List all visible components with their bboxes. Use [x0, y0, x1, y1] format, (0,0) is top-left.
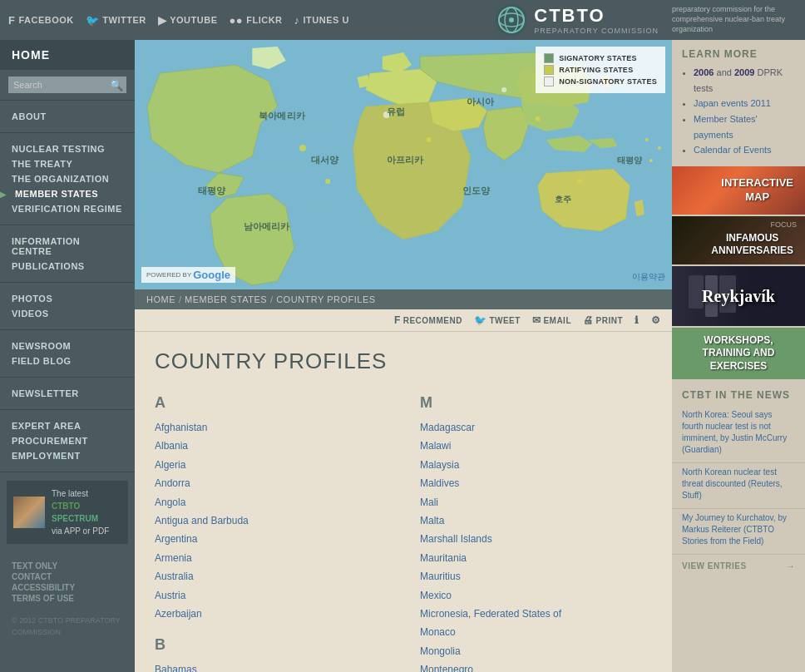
- email-button[interactable]: ✉ EMAIL: [532, 314, 571, 326]
- sidebar-item-organization[interactable]: THE ORGANIZATION: [0, 171, 135, 186]
- legend-signatory: SIGNATORY STATES: [544, 53, 657, 63]
- sidebar-item-treaty[interactable]: THE TREATY: [0, 156, 135, 171]
- country-link[interactable]: Bahamas: [155, 660, 387, 672]
- sidebar-item-newsroom[interactable]: NEWSROOM: [0, 338, 135, 353]
- info-button[interactable]: ℹ: [635, 314, 640, 326]
- learn-more-japan-link[interactable]: Japan events 2011: [694, 98, 771, 108]
- country-link[interactable]: Mauritania: [420, 549, 652, 567]
- news-item-2: North Korean nuclear test threat discoun…: [672, 463, 805, 509]
- sidebar-item-newsletter[interactable]: NEWSLETTER: [0, 386, 135, 401]
- infamous-banner[interactable]: Focus INFAMOUSANNIVERSARIES: [672, 216, 805, 264]
- sidebar-item-procurement[interactable]: PROCUREMENT: [0, 433, 135, 448]
- news-link-2[interactable]: North Korean nuclear test threat discoun…: [682, 467, 783, 500]
- map-legend: SIGNATORY STATES RATIFYING STATES NON-SI…: [536, 47, 665, 93]
- spectrum-box[interactable]: The latest CTBTO SPECTRUM via APP or PDF: [7, 481, 128, 544]
- view-entries[interactable]: VIEW ENTRIES →: [672, 555, 805, 577]
- sidebar-item-expert-area[interactable]: EXPERT AREA: [0, 418, 135, 433]
- search-button[interactable]: 🔍: [110, 79, 123, 91]
- country-link[interactable]: Maldives: [420, 474, 652, 492]
- news-link-1[interactable]: North Korea: Seoul says fourth nuclear t…: [682, 410, 787, 454]
- country-link[interactable]: Armenia: [155, 549, 387, 567]
- svg-point-13: [426, 137, 431, 142]
- copyright: © 2012 CTBTO PREPARATORY COMMISSION: [0, 612, 135, 641]
- facebook-link[interactable]: f FACEBOOK: [8, 14, 74, 27]
- country-link[interactable]: Antigua and Barbuda: [155, 511, 387, 530]
- country-link[interactable]: Angola: [155, 493, 387, 511]
- youtube-link[interactable]: ▶ YOUTUBE: [158, 14, 218, 27]
- news-link-3[interactable]: My Journey to Kurchatov, by Markus Reite…: [682, 513, 787, 546]
- country-link[interactable]: Malta: [420, 511, 652, 530]
- nav-media-section: PHOTOS VIDEOS: [0, 283, 135, 330]
- learn-more-payments-link[interactable]: Member States' payments: [694, 114, 758, 140]
- sidebar-item-videos[interactable]: VIDEOS: [0, 306, 135, 321]
- learn-more-list: 2006 and 2009 DPRK tests Japan events 20…: [684, 65, 805, 166]
- home-link[interactable]: HOME: [0, 40, 135, 70]
- breadcrumb-home[interactable]: HOME: [146, 294, 175, 304]
- country-link[interactable]: Mexico: [420, 586, 652, 605]
- country-link[interactable]: Montenegro: [420, 660, 652, 672]
- tweet-label: TWEET: [489, 316, 521, 325]
- svg-text:호주: 호주: [555, 195, 571, 204]
- country-link[interactable]: Azerbaijan: [155, 605, 387, 623]
- search-input[interactable]: [8, 77, 126, 93]
- workshops-banner[interactable]: WORKSHOPS,TRAINING ANDEXERCISES: [672, 328, 805, 379]
- text-only-link[interactable]: TEXT ONLY: [12, 561, 123, 571]
- country-link[interactable]: Algeria: [155, 456, 387, 474]
- tweet-icon: 🐦: [474, 314, 487, 326]
- country-link[interactable]: Madagascar: [420, 418, 652, 437]
- terms-link[interactable]: TERMS OF USE: [12, 593, 123, 604]
- print-button[interactable]: 🖨 PRINT: [583, 314, 623, 326]
- country-link[interactable]: Albania: [155, 437, 387, 455]
- sidebar-item-info-centre[interactable]: INFORMATION CENTRE: [0, 234, 135, 259]
- country-link[interactable]: Australia: [155, 567, 387, 586]
- country-link[interactable]: Malawi: [420, 437, 652, 455]
- action-bar: f RECOMMEND 🐦 TWEET ✉ EMAIL 🖨 PRINT ℹ ⚙: [135, 309, 672, 332]
- twitter-link[interactable]: 🐦 TWITTER: [86, 14, 146, 27]
- spectrum-prefix: The latest: [52, 489, 88, 498]
- sidebar-item-nuclear-testing[interactable]: NUCLEAR TESTING: [0, 141, 135, 156]
- interactive-map-banner[interactable]: INTERACTIVEMAP: [672, 166, 805, 215]
- settings-button[interactable]: ⚙: [651, 314, 661, 326]
- country-link[interactable]: Austria: [155, 586, 387, 605]
- breadcrumb-country-profiles[interactable]: COUNTRY PROFILES: [276, 294, 375, 304]
- svg-point-11: [299, 145, 306, 151]
- learn-more-japan: Japan events 2011: [694, 96, 795, 111]
- countries-a-list: AfghanistanAlbaniaAlgeriaAndorraAngolaAn…: [155, 418, 387, 623]
- country-link[interactable]: Mali: [420, 493, 652, 511]
- learn-more-2006-link[interactable]: 2006: [694, 67, 714, 77]
- learn-more-2009-link[interactable]: 2009: [734, 67, 754, 77]
- twitter-label: TWITTER: [102, 15, 146, 25]
- sidebar-item-employment[interactable]: EMPLOYMENT: [0, 448, 135, 463]
- country-link[interactable]: Malaysia: [420, 456, 652, 474]
- recommend-button[interactable]: f RECOMMEND: [394, 314, 462, 326]
- itunes-link[interactable]: ♪ ITUNES U: [294, 14, 349, 27]
- country-link[interactable]: Mauritius: [420, 567, 652, 586]
- sidebar-item-verification[interactable]: VERIFICATION REGIME: [0, 201, 135, 216]
- learn-more-and: and: [717, 67, 734, 77]
- breadcrumb-member-states[interactable]: MEMBER STATES: [185, 294, 267, 304]
- country-link[interactable]: Micronesia, Federated States of: [420, 605, 652, 623]
- usage-link[interactable]: 이용약관: [632, 271, 665, 283]
- flickr-link[interactable]: ●● FLICKR: [229, 14, 282, 27]
- tweet-button[interactable]: 🐦 TWEET: [474, 314, 521, 326]
- sidebar-item-publications[interactable]: PUBLICATIONS: [0, 259, 135, 274]
- reykjavik-banner[interactable]: Reykjavík: [672, 266, 805, 326]
- learn-more-calendar-link[interactable]: Calendar of Events: [694, 145, 772, 155]
- svg-point-15: [577, 179, 582, 184]
- country-link[interactable]: Marshall Islands: [420, 530, 652, 548]
- country-link[interactable]: Andorra: [155, 474, 387, 492]
- sidebar-item-member-states[interactable]: MEMBER STATES: [0, 186, 135, 201]
- logo-area: CTBTO PREPARATORY COMMISSION preparatory…: [496, 4, 797, 36]
- sidebar-item-about[interactable]: ABOUT: [0, 109, 135, 124]
- accessibility-link[interactable]: ACCESSIBILITY: [12, 582, 123, 593]
- country-link[interactable]: Afghanistan: [155, 418, 387, 437]
- spectrum-image: [13, 497, 45, 528]
- country-link[interactable]: Argentina: [155, 530, 387, 548]
- country-link[interactable]: Monaco: [420, 623, 652, 641]
- sidebar-item-photos[interactable]: PHOTOS: [0, 291, 135, 306]
- sidebar-item-field-blog[interactable]: FIELD BLOG: [0, 353, 135, 368]
- contact-link[interactable]: CONTACT: [12, 571, 123, 582]
- nav-info-section: INFORMATION CENTRE PUBLICATIONS: [0, 225, 135, 283]
- legend-signatory-label: SIGNATORY STATES: [559, 54, 637, 62]
- country-link[interactable]: Mongolia: [420, 642, 652, 660]
